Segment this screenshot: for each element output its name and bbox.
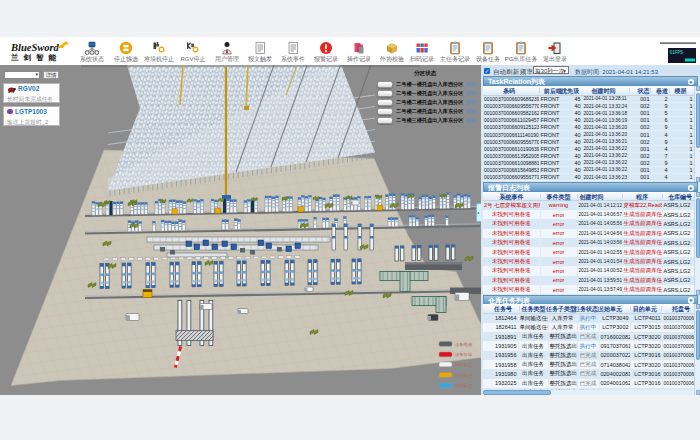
svg-text:设备维修: 设备维修 <box>455 342 473 347</box>
svg-text:设备故障: 设备故障 <box>455 352 473 357</box>
svg-text:61FPS: 61FPS <box>670 50 684 55</box>
svg-text:作业状态: 作业状态 <box>454 373 473 378</box>
